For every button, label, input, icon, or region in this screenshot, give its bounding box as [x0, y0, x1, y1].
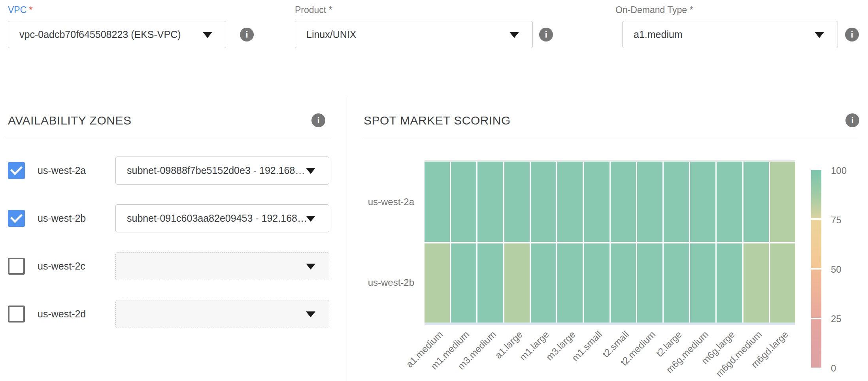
heatmap-cell: [557, 162, 583, 242]
on-demand-type-select[interactable]: a1.medium: [622, 21, 838, 48]
colorbar-segment: [811, 170, 821, 218]
subnet-select-value: subnet-091c603aa82e09453 - 192.168…: [127, 213, 307, 224]
on-demand-type-required-mark: *: [690, 5, 693, 15]
on-demand-type-info-icon[interactable]: i: [845, 28, 859, 41]
product-label-text: Product: [295, 5, 326, 15]
x-axis-label: a1.medium: [384, 329, 445, 381]
heatmap-cell: [451, 162, 476, 242]
availability-zones-info-icon[interactable]: i: [311, 113, 325, 127]
heatmap-cell: [504, 243, 530, 323]
product-select-value: Linux/UNIX: [306, 29, 356, 40]
zone-checkbox[interactable]: [8, 306, 25, 323]
zone-label: us-west-2d: [38, 300, 86, 328]
zone-checkbox[interactable]: [8, 162, 25, 179]
heatmap-cell: [531, 162, 556, 242]
colorbar-tick-label: 75: [831, 215, 842, 226]
heatmap-cell: [584, 243, 609, 323]
heatmap-cell: [690, 162, 715, 242]
y-axis-label: us-west-2b: [335, 277, 414, 288]
colorbar-segment: [811, 220, 821, 268]
availability-zones-divider: [6, 139, 329, 139]
vpc-info-icon[interactable]: i: [240, 28, 254, 41]
chevron-down-icon: [306, 216, 315, 222]
zone-checkbox[interactable]: [8, 258, 25, 275]
colorbar-segment: [811, 270, 821, 318]
heatmap-cell: [425, 162, 450, 242]
product-select[interactable]: Linux/UNIX: [295, 21, 533, 48]
on-demand-type-label: On-Demand Type *: [615, 5, 693, 15]
az-row: us-west-2c: [0, 252, 347, 280]
vpc-required-mark: *: [29, 5, 33, 15]
heatmap-grid: [425, 162, 795, 323]
heatmap-cell: [477, 162, 503, 242]
subnet-select[interactable]: [115, 252, 329, 280]
vpc-select[interactable]: vpc-0adcb70f645508223 (EKS-VPC): [8, 21, 226, 48]
spot-market-scoring-divider: [362, 139, 859, 139]
chevron-down-icon: [509, 32, 519, 38]
product-info-icon[interactable]: i: [539, 28, 553, 41]
heatmap-cell: [717, 162, 742, 242]
heatmap-cell: [611, 162, 636, 242]
availability-zones-title: AVAILABILITY ZONES: [8, 114, 131, 127]
subnet-select[interactable]: subnet-091c603aa82e09453 - 192.168…: [115, 204, 329, 232]
heatmap-cell: [504, 162, 530, 242]
heatmap-cell: [531, 243, 556, 323]
colorbar-tick-label: 25: [831, 313, 842, 324]
subnet-select-value: subnet-09888f7be5152d0e3 - 192.168…: [127, 165, 305, 176]
heatmap-cell: [743, 243, 769, 323]
heatmap-cell: [637, 162, 662, 242]
heatmap-cell: [717, 243, 742, 323]
heatmap-cell: [637, 243, 662, 323]
az-row: us-west-2a subnet-09888f7be5152d0e3 - 19…: [0, 157, 347, 185]
checkmark-icon: [10, 211, 23, 223]
subnet-select[interactable]: subnet-09888f7be5152d0e3 - 192.168…: [115, 157, 329, 185]
colorbar-tick-label: 100: [831, 165, 847, 176]
heatmap-cell: [664, 243, 689, 323]
colorbar-tick-label: 0: [831, 363, 836, 374]
y-axis-label: us-west-2a: [335, 196, 414, 207]
zone-label: us-west-2c: [38, 252, 85, 280]
colorbar-segment: [811, 319, 821, 368]
chevron-down-icon: [306, 168, 315, 174]
az-row: us-west-2d: [0, 300, 347, 328]
subnet-select[interactable]: [115, 300, 329, 328]
checkmark-icon: [10, 163, 23, 175]
on-demand-type-select-value: a1.medium: [634, 29, 683, 40]
vpc-label-text: VPC: [8, 5, 26, 15]
heatmap-cell: [770, 243, 795, 323]
spot-configuration-page: VPC * vpc-0adcb70f645508223 (EKS-VPC) i …: [0, 0, 868, 381]
heatmap-cell: [690, 243, 715, 323]
vertical-divider: [347, 97, 347, 381]
product-label: Product *: [295, 5, 332, 15]
heatmap-cell: [584, 162, 609, 242]
heatmap-cell: [611, 243, 636, 323]
heatmap-cell: [451, 243, 476, 323]
az-row: us-west-2b subnet-091c603aa82e09453 - 19…: [0, 204, 347, 232]
product-required-mark: *: [329, 5, 332, 15]
chevron-down-icon: [815, 32, 824, 38]
spot-market-scoring-info-icon[interactable]: i: [845, 113, 859, 127]
zone-label: us-west-2a: [38, 157, 86, 185]
spot-market-scoring-title: SPOT MARKET SCORING: [364, 114, 511, 127]
heatmap-cell: [477, 243, 503, 323]
chevron-down-icon: [306, 311, 315, 317]
heatmap-cell: [425, 243, 450, 323]
heatmap-cell: [557, 243, 583, 323]
on-demand-type-label-text: On-Demand Type: [615, 5, 687, 15]
chevron-down-icon: [203, 32, 212, 38]
chevron-down-icon: [306, 264, 315, 270]
vpc-select-value: vpc-0adcb70f645508223 (EKS-VPC): [19, 29, 181, 40]
vpc-label: VPC *: [8, 5, 33, 15]
heatmap-cell: [770, 162, 795, 242]
heatmap-cell: [743, 162, 769, 242]
zone-label: us-west-2b: [38, 204, 86, 232]
heatmap-bottom-edge: [425, 323, 795, 325]
colorbar-tick-label: 50: [831, 264, 842, 275]
heatmap-cell: [664, 162, 689, 242]
zone-checkbox[interactable]: [8, 210, 25, 227]
